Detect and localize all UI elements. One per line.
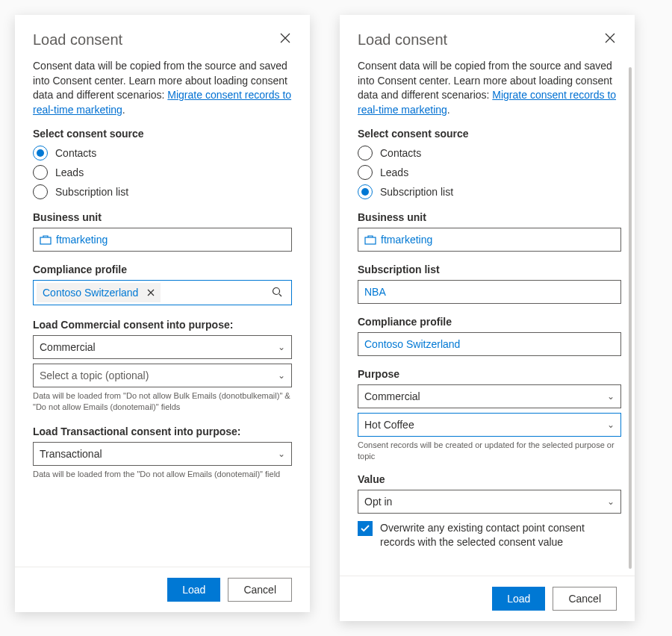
compliance-profile-tag[interactable]: Contoso Switzerland bbox=[37, 283, 161, 302]
compliance-profile-value: Contoso Switzerland bbox=[364, 338, 615, 350]
business-unit-value: ftmarketing bbox=[381, 234, 615, 246]
radio-subscription-list[interactable]: Subscription list bbox=[358, 184, 621, 199]
panel-title: Load consent bbox=[358, 31, 447, 49]
close-icon[interactable] bbox=[603, 31, 617, 45]
commercial-topic-select[interactable]: Select a topic (optional) ⌄ bbox=[33, 364, 292, 387]
panel-header: Load consent bbox=[15, 15, 310, 54]
business-unit-field[interactable]: ftmarketing bbox=[358, 228, 621, 252]
purpose-select[interactable]: Commercial ⌄ bbox=[358, 384, 621, 408]
panel-footer: Load Cancel bbox=[15, 567, 310, 612]
panel-body: Consent data will be copied from the sou… bbox=[340, 54, 635, 576]
radio-label: Contacts bbox=[55, 147, 96, 159]
remove-tag-icon[interactable] bbox=[144, 287, 158, 299]
radio-icon bbox=[358, 146, 373, 160]
business-unit-label: Business unit bbox=[358, 211, 621, 223]
radio-label: Subscription list bbox=[380, 186, 453, 198]
radio-label: Leads bbox=[380, 166, 408, 178]
compliance-profile-label: Compliance profile bbox=[358, 316, 621, 328]
select-value: Transactional bbox=[40, 448, 278, 460]
business-unit-label: Business unit bbox=[33, 211, 292, 223]
cancel-button[interactable]: Cancel bbox=[553, 587, 617, 611]
chevron-down-icon: ⌄ bbox=[607, 420, 615, 430]
panel-header: Load consent bbox=[340, 15, 635, 54]
overwrite-label: Overwrite any existing contact point con… bbox=[380, 521, 621, 549]
commercial-purpose-label: Load Commercial consent into purpose: bbox=[33, 319, 292, 331]
chevron-down-icon: ⌄ bbox=[278, 370, 285, 381]
radio-subscription-list[interactable]: Subscription list bbox=[33, 184, 292, 199]
radio-icon bbox=[358, 165, 373, 180]
transactional-purpose-select[interactable]: Transactional ⌄ bbox=[33, 442, 292, 466]
chevron-down-icon: ⌄ bbox=[607, 391, 615, 402]
purpose-hint: Consent records will be created or updat… bbox=[358, 440, 621, 461]
compliance-profile-field[interactable]: Contoso Switzerland bbox=[33, 280, 292, 305]
intro-text: Consent data will be copied from the sou… bbox=[358, 59, 621, 117]
checkbox-checked-icon[interactable] bbox=[358, 521, 373, 536]
close-icon[interactable] bbox=[279, 31, 292, 45]
search-icon[interactable] bbox=[266, 287, 288, 299]
select-value: Hot Coffee bbox=[364, 419, 607, 431]
compliance-profile-label: Compliance profile bbox=[33, 264, 292, 275]
select-value: Commercial bbox=[364, 390, 607, 402]
chevron-down-icon: ⌄ bbox=[278, 449, 285, 459]
briefcase-icon bbox=[40, 234, 52, 245]
business-unit-field[interactable]: ftmarketing bbox=[33, 228, 292, 252]
svg-rect-2 bbox=[365, 237, 376, 244]
load-button[interactable]: Load bbox=[492, 587, 545, 611]
compliance-profile-field[interactable]: Contoso Switzerland bbox=[358, 332, 621, 356]
commercial-hint: Data will be loaded from "Do not allow B… bbox=[33, 390, 292, 412]
purpose-label: Purpose bbox=[358, 368, 621, 380]
select-value: Commercial bbox=[40, 341, 278, 353]
cancel-button[interactable]: Cancel bbox=[228, 578, 292, 602]
select-value: Opt in bbox=[364, 496, 607, 508]
value-label: Value bbox=[358, 473, 621, 485]
subscription-list-label: Subscription list bbox=[358, 264, 621, 275]
radio-label: Leads bbox=[55, 166, 84, 178]
select-placeholder: Select a topic (optional) bbox=[40, 370, 278, 381]
radio-contacts[interactable]: Contacts bbox=[358, 146, 621, 160]
load-button[interactable]: Load bbox=[167, 578, 220, 602]
radio-label: Contacts bbox=[380, 147, 421, 159]
briefcase-icon bbox=[364, 234, 376, 245]
business-unit-value: ftmarketing bbox=[56, 234, 285, 246]
panel-body: Consent data will be copied from the sou… bbox=[15, 54, 310, 567]
subscription-list-value: NBA bbox=[364, 286, 615, 298]
radio-label: Subscription list bbox=[55, 186, 128, 198]
transactional-hint: Data will be loaded from the "Do not all… bbox=[33, 469, 292, 479]
radio-leads[interactable]: Leads bbox=[358, 165, 621, 180]
tag-text: Contoso Switzerland bbox=[43, 287, 138, 299]
scrollbar[interactable] bbox=[629, 67, 632, 569]
intro-text: Consent data will be copied from the sou… bbox=[33, 59, 292, 117]
load-consent-panel-contacts: Load consent Consent data will be copied… bbox=[15, 15, 310, 612]
radio-icon bbox=[33, 146, 48, 160]
panel-footer: Load Cancel bbox=[340, 576, 635, 621]
radio-leads[interactable]: Leads bbox=[33, 165, 292, 180]
panel-title: Load consent bbox=[33, 31, 122, 49]
subscription-list-field[interactable]: NBA bbox=[358, 280, 621, 304]
radio-icon bbox=[358, 184, 373, 199]
radio-contacts[interactable]: Contacts bbox=[33, 146, 292, 160]
commercial-purpose-select[interactable]: Commercial ⌄ bbox=[33, 335, 292, 359]
chevron-down-icon: ⌄ bbox=[607, 496, 615, 507]
load-consent-panel-subscription: Load consent Consent data will be copied… bbox=[340, 15, 635, 621]
overwrite-checkbox-row[interactable]: Overwrite any existing contact point con… bbox=[358, 521, 621, 549]
radio-icon bbox=[33, 184, 48, 199]
topic-select[interactable]: Hot Coffee ⌄ bbox=[358, 413, 621, 437]
svg-rect-0 bbox=[40, 237, 51, 244]
transactional-purpose-label: Load Transactional consent into purpose: bbox=[33, 425, 292, 437]
radio-icon bbox=[33, 165, 48, 180]
chevron-down-icon: ⌄ bbox=[278, 342, 285, 352]
source-label: Select consent source bbox=[33, 128, 292, 140]
svg-point-1 bbox=[273, 287, 280, 294]
value-select[interactable]: Opt in ⌄ bbox=[358, 490, 621, 514]
source-label: Select consent source bbox=[358, 128, 621, 140]
